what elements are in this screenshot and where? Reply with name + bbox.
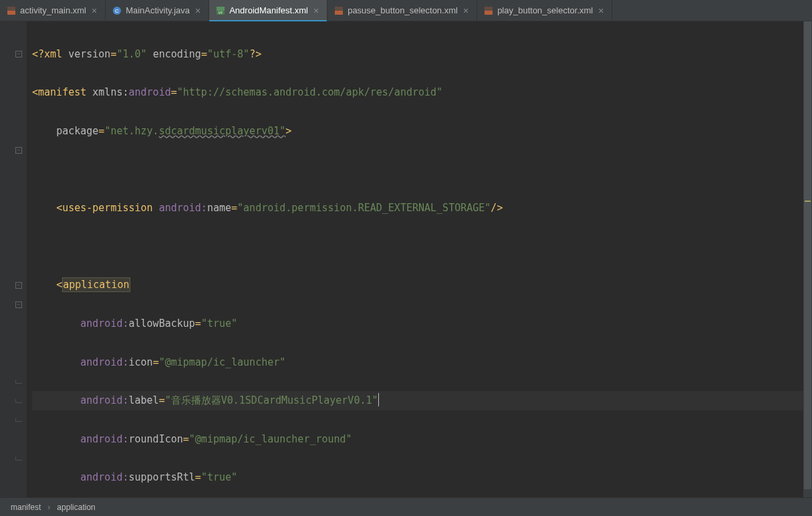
xml-s-file-icon — [334, 6, 344, 15]
fold-toggle-icon[interactable]: − — [15, 51, 22, 57]
close-icon[interactable]: × — [597, 5, 605, 16]
editor-area: − − − − <?xml version="1.0" encoding="ut… — [0, 21, 812, 497]
marker[interactable] — [805, 201, 811, 202]
editor-tabs: activity_main.xml×CMainActivity.java×MFA… — [0, 0, 812, 21]
manifest-file-icon: MF — [216, 6, 225, 15]
editor-tab[interactable]: pasuse_button_selecton.xml× — [327, 0, 477, 21]
tab-label: play_button_selector.xml — [497, 5, 593, 15]
editor-tab[interactable]: play_button_selector.xml× — [477, 0, 612, 21]
breadcrumb-item[interactable]: manifest — [11, 503, 41, 512]
java-file-icon: C — [112, 6, 122, 15]
svg-text:C: C — [115, 8, 119, 14]
code-editor[interactable]: <?xml version="1.0" encoding="utf-8"?> <… — [27, 21, 812, 497]
close-icon[interactable]: × — [90, 5, 98, 16]
fold-toggle-icon[interactable]: − — [15, 282, 22, 289]
fold-end-icon — [15, 457, 22, 461]
svg-rect-8 — [335, 11, 343, 15]
gutter[interactable]: − − − − — [0, 21, 27, 497]
xml-s-file-icon — [484, 6, 493, 15]
close-icon[interactable]: × — [312, 5, 320, 16]
manifest-tag: manifest — [38, 86, 86, 98]
editor-tab[interactable]: MFAndroidManifest.xml× — [209, 0, 327, 21]
fold-end-icon — [15, 418, 22, 422]
svg-text:MF: MF — [219, 11, 223, 15]
scrollbar-thumb[interactable] — [804, 21, 811, 489]
vertical-scrollbar[interactable] — [803, 21, 812, 497]
svg-rect-10 — [485, 11, 493, 15]
editor-tab[interactable]: activity_main.xml× — [0, 0, 106, 21]
close-icon[interactable]: × — [194, 5, 202, 16]
fold-toggle-icon[interactable]: − — [15, 301, 22, 308]
fold-end-icon — [15, 380, 22, 384]
xml-file-icon — [7, 6, 16, 15]
close-icon[interactable]: × — [462, 5, 470, 16]
breadcrumb-separator-icon: › — [47, 503, 50, 512]
fold-end-icon — [15, 399, 22, 403]
tab-label: pasuse_button_selecton.xml — [348, 5, 458, 15]
breadcrumb-item[interactable]: application — [57, 503, 95, 512]
text-cursor — [378, 393, 379, 406]
breadcrumb-bar: manifest › application — [0, 497, 812, 516]
tab-label: MainActivity.java — [126, 5, 190, 15]
editor-tab[interactable]: CMainActivity.java× — [106, 0, 209, 21]
tab-label: AndroidManifest.xml — [229, 5, 308, 15]
svg-rect-1 — [7, 11, 15, 15]
tab-label: activity_main.xml — [20, 5, 86, 15]
application-tag: application — [62, 277, 130, 292]
fold-toggle-icon[interactable]: − — [15, 147, 22, 154]
